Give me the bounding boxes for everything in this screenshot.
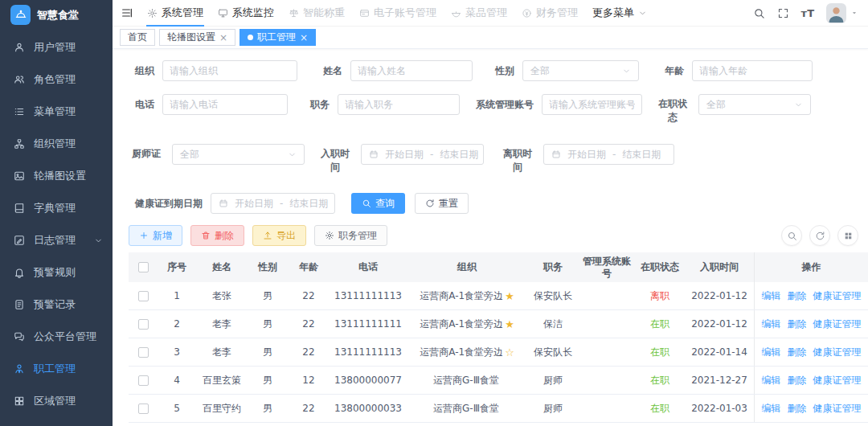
edit-link[interactable]: 编辑	[762, 346, 781, 359]
filter-name-input[interactable]	[350, 60, 473, 81]
col-index: 序号	[158, 252, 196, 282]
gear-icon	[325, 231, 334, 240]
filter-account-input[interactable]	[542, 94, 642, 115]
filter-leave-time-label: 离职时间	[500, 144, 535, 174]
delete-link[interactable]: 删除	[788, 317, 807, 331]
edit-link[interactable]: 编辑	[762, 374, 781, 387]
filter-chef-cert-select[interactable]: 全部	[172, 144, 305, 165]
row-duty: 保洁	[527, 310, 579, 338]
delete-link[interactable]: 删除	[788, 374, 807, 387]
chevron-down-icon	[794, 100, 803, 109]
tab-staff-manage[interactable]: 职工管理 ×	[240, 29, 316, 46]
edit-link[interactable]: 编辑	[762, 317, 781, 331]
filter-phone-input[interactable]	[162, 94, 288, 115]
sidebar-item-users[interactable]: 用户管理	[0, 31, 113, 63]
filter-join-time-range[interactable]: 开始日期 - 结束日期	[361, 144, 484, 165]
sidebar-item-public-platform[interactable]: 公众平台管理	[0, 321, 113, 353]
fullscreen-icon[interactable]	[777, 7, 789, 19]
dish-icon	[451, 8, 461, 18]
refresh-icon	[815, 231, 825, 241]
row-account	[579, 395, 635, 422]
row-phone: 13800000033	[330, 395, 407, 422]
sidebar-item-menus[interactable]: 菜单管理	[0, 96, 113, 128]
health-cert-manage-link[interactable]: 健康证管理	[813, 374, 862, 387]
delete-link[interactable]: 删除	[788, 346, 807, 359]
close-icon[interactable]: ×	[219, 33, 227, 43]
row-name: 百里玄策	[196, 367, 248, 394]
sidebar-item-staff[interactable]: 职工管理	[0, 353, 113, 385]
sidebar-item-dictionary[interactable]: 字典管理	[0, 192, 113, 224]
export-button[interactable]: 导出	[252, 225, 306, 246]
row-gender: 男	[248, 310, 288, 338]
health-cert-manage-link[interactable]: 健康证管理	[813, 289, 862, 303]
search-button[interactable]: 查询	[351, 193, 405, 214]
topnav-system-manage[interactable]: 系统管理	[140, 0, 211, 27]
filter-status-select[interactable]: 全部	[698, 94, 811, 115]
row-gender: 男	[248, 338, 288, 366]
row-checkbox[interactable]	[138, 403, 149, 414]
table-columns-button[interactable]	[837, 225, 858, 246]
filter-age-input[interactable]	[692, 60, 813, 81]
health-cert-manage-link[interactable]: 健康证管理	[813, 346, 862, 359]
row-checkbox[interactable]	[138, 347, 149, 358]
filter-gender-select[interactable]: 全部	[522, 60, 639, 81]
tab-home[interactable]: 首页	[120, 29, 155, 46]
avatar[interactable]	[826, 3, 846, 23]
action-bar: 新增 删除 导出 职务管理	[129, 225, 868, 246]
filter-leave-time-range[interactable]: 开始日期 - 结束日期	[543, 144, 674, 165]
delete-link[interactable]: 删除	[788, 402, 807, 416]
row-account	[579, 282, 635, 309]
alert-records-icon	[14, 299, 25, 310]
row-age: 22	[288, 338, 330, 366]
caret-down-icon[interactable]	[850, 9, 858, 17]
topnav-system-monitor[interactable]: 系统监控	[211, 0, 281, 27]
table-search-button[interactable]	[781, 225, 802, 246]
sidebar-item-roles[interactable]: 角色管理	[0, 63, 113, 96]
filter-health-cert-range[interactable]: 开始日期 - 结束日期	[211, 193, 335, 214]
table-row: 2 老李 男 22 13111111111 运营商A-1食堂旁边★ 保洁 在职 …	[129, 310, 868, 338]
search-icon[interactable]	[753, 7, 765, 19]
sidebar-item-region[interactable]: 区域管理	[0, 385, 113, 417]
delete-link[interactable]: 删除	[788, 289, 807, 303]
chevron-down-icon	[622, 67, 631, 76]
sidebar-item-carousel[interactable]: 轮播图设置	[0, 160, 113, 192]
col-join-date: 入职时间	[685, 252, 754, 282]
edit-link[interactable]: 编辑	[762, 402, 781, 416]
health-cert-manage-link[interactable]: 健康证管理	[813, 317, 862, 331]
row-join-date: 2022-01-03	[685, 395, 754, 422]
app-logo[interactable]: 智慧食堂	[0, 0, 113, 30]
row-checkbox[interactable]	[138, 319, 149, 330]
col-org: 组织	[407, 252, 527, 282]
sidebar-item-organization[interactable]: 组织管理	[0, 128, 113, 160]
row-name: 百里守约	[196, 395, 248, 422]
delete-button[interactable]: 删除	[190, 225, 244, 246]
reset-button[interactable]: 重置	[415, 193, 469, 214]
row-duty: 厨师	[527, 367, 579, 394]
topnav-e-account: 电子账号管理	[352, 0, 444, 27]
staff-icon	[14, 363, 25, 375]
filter-org-input[interactable]	[162, 60, 297, 81]
duty-manage-button[interactable]: 职务管理	[314, 225, 387, 246]
tab-carousel-settings[interactable]: 轮播图设置 ×	[159, 29, 235, 46]
close-icon[interactable]: ×	[300, 33, 308, 43]
topnav-more-menu[interactable]: 更多菜单	[585, 0, 654, 27]
table-row: 3 老李 男 22 13111111113 运营商A-1食堂旁边☆ 保安队长 在…	[129, 338, 868, 367]
search-icon	[362, 199, 371, 208]
row-checkbox[interactable]	[138, 375, 149, 386]
sidebar-item-alert-rules[interactable]: 预警规则	[0, 256, 113, 289]
row-checkbox[interactable]	[138, 291, 149, 301]
table-refresh-button[interactable]	[809, 225, 830, 246]
health-cert-manage-link[interactable]: 健康证管理	[813, 402, 862, 416]
row-org: 运营商A-1食堂旁边★	[407, 282, 527, 309]
edit-link[interactable]: 编辑	[762, 289, 781, 303]
sidebar-item-alert-records[interactable]: 预警记录	[0, 289, 113, 321]
collapse-sidebar-icon[interactable]	[121, 6, 133, 19]
select-all-checkbox[interactable]	[138, 262, 149, 272]
add-button[interactable]: 新增	[129, 225, 182, 246]
filter-phone-label: 电话	[129, 94, 154, 115]
row-gender: 男	[248, 395, 288, 422]
row-index: 3	[158, 338, 196, 366]
filter-duty-input[interactable]	[338, 94, 460, 115]
sidebar-item-logs[interactable]: 日志管理	[0, 224, 113, 256]
font-size-icon[interactable]: тT	[801, 8, 814, 18]
